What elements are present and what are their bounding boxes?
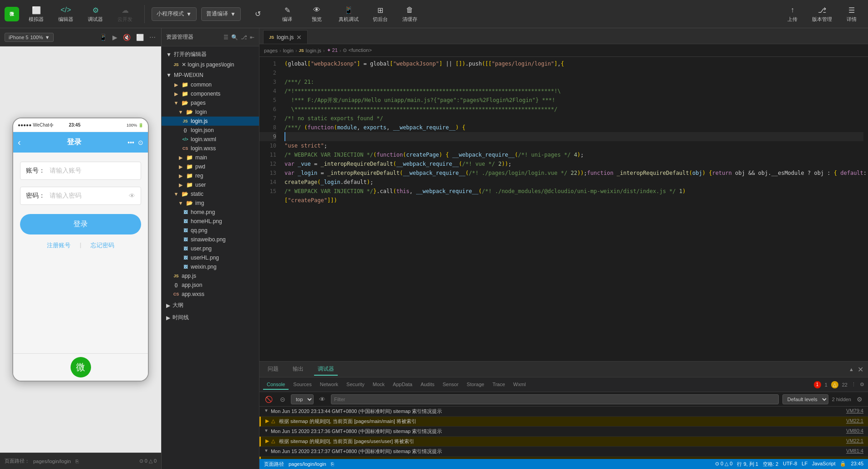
- camera-nav-icon[interactable]: ⊙: [138, 139, 143, 146]
- file-login-wxml[interactable]: </> login.wxml: [162, 135, 259, 144]
- dev-tab-audits[interactable]: Audits: [417, 380, 438, 390]
- folder-static[interactable]: ▼ 📂 static: [162, 189, 259, 199]
- file-weixin-png[interactable]: 🖼 weixin.png: [162, 262, 259, 271]
- editor-btn[interactable]: </> 编辑器: [53, 3, 78, 25]
- dev-tab-sensor[interactable]: Sensor: [439, 380, 462, 390]
- file-login-js[interactable]: JS login.js: [162, 117, 259, 126]
- forgot-link[interactable]: 忘记密码: [91, 241, 114, 250]
- back-btn[interactable]: ‹: [18, 137, 21, 148]
- folder-common[interactable]: ▶ 📁 common: [162, 80, 259, 89]
- compile-dropdown[interactable]: 普通编译 ▼: [201, 7, 241, 21]
- folder-user[interactable]: ▶ 📁 user: [162, 180, 259, 189]
- console-collapse-icon[interactable]: ▲: [849, 367, 854, 372]
- dev-tab-wxml[interactable]: Wxml: [510, 380, 530, 390]
- dev-tab-trace[interactable]: Trace: [489, 380, 509, 390]
- context-select[interactable]: top: [291, 394, 314, 404]
- log-link-4[interactable]: VM22:1: [846, 438, 863, 444]
- log-expand-1[interactable]: ▼: [264, 408, 269, 413]
- folder-img[interactable]: ▼ 📂 img: [162, 199, 259, 208]
- expand-icon[interactable]: ⬜: [135, 33, 145, 42]
- cloud-btn[interactable]: ☁ 云开发: [112, 3, 137, 25]
- version-btn[interactable]: ⎇ 版本管理: [807, 3, 838, 25]
- outline-header[interactable]: ▶ 大纲: [162, 300, 259, 311]
- account-input[interactable]: 请输入账号: [50, 167, 135, 175]
- detail-btn[interactable]: ☰ 详情: [840, 3, 863, 25]
- play-icon[interactable]: ▶: [112, 33, 118, 42]
- file-app-wxss[interactable]: CS app.wxss: [162, 290, 259, 299]
- file-user-png[interactable]: 🖼 user.png: [162, 244, 259, 253]
- cut-back-btn[interactable]: ⊞ 切后台: [368, 3, 393, 25]
- tree-search-icon[interactable]: 🔍: [231, 34, 238, 41]
- folder-login[interactable]: ▼ 📂 login: [162, 107, 259, 117]
- file-sinaweibo-png[interactable]: 🖼 sinaweibo.png: [162, 235, 259, 244]
- volume-icon[interactable]: 🔇: [122, 33, 132, 42]
- file-home-png[interactable]: 🖼 home.png: [162, 208, 259, 217]
- log-link-5[interactable]: VM81:4: [846, 448, 863, 454]
- more-nav-icon[interactable]: •••: [127, 139, 134, 146]
- password-field[interactable]: 密码： 请输入密码 👁: [20, 187, 141, 205]
- register-link[interactable]: 注册账号: [47, 241, 71, 250]
- folder-pages[interactable]: ▼ 📂 pages: [162, 98, 259, 107]
- log-expand-5[interactable]: ▼: [264, 448, 269, 453]
- refresh-btn[interactable]: ↺: [245, 7, 270, 21]
- dev-tab-appdata[interactable]: AppData: [389, 380, 416, 390]
- open-editor-item[interactable]: JS ✕ login.js pages\login: [162, 60, 259, 69]
- file-app-json[interactable]: {} app.json: [162, 280, 259, 290]
- tree-menu-icon[interactable]: ☰: [223, 34, 228, 41]
- page-path-status-copy[interactable]: ⎘: [331, 461, 334, 467]
- tab-login-js[interactable]: JS login.js ✕: [263, 30, 308, 44]
- tab-output[interactable]: 输出: [289, 363, 307, 376]
- folder-pwd[interactable]: ▶ 📁 pwd: [162, 162, 259, 171]
- dev-tab-security[interactable]: Security: [343, 380, 368, 390]
- file-login-wxss[interactable]: CS login.wxss: [162, 144, 259, 153]
- upload-btn[interactable]: ↑ 上传: [781, 3, 804, 25]
- file-homehl-png[interactable]: 🖼 homeHL.png: [162, 217, 259, 226]
- code-content[interactable]: (global["webpackJsonp"] = global["webpac…: [280, 57, 868, 361]
- wechat-tab-icon[interactable]: 微: [71, 357, 91, 377]
- password-input[interactable]: 请输入密码: [50, 192, 124, 200]
- log-expand-3[interactable]: ▼: [264, 428, 269, 433]
- console-close-btn[interactable]: ✕: [858, 365, 863, 374]
- phone-view-icon[interactable]: 📱: [98, 33, 108, 42]
- timeline-header[interactable]: ▶ 时间线: [162, 312, 259, 323]
- more-icon[interactable]: ⋯: [148, 33, 157, 42]
- clear-console-icon[interactable]: 🚫: [263, 395, 274, 404]
- folder-reg[interactable]: ▶ 📁 reg: [162, 171, 259, 180]
- login-button[interactable]: 登录: [20, 214, 141, 234]
- dev-tab-network[interactable]: Network: [316, 380, 342, 390]
- clear-cache-btn[interactable]: 🗑 清缓存: [397, 3, 422, 25]
- folder-main[interactable]: ▶ 📁 main: [162, 153, 259, 162]
- account-field[interactable]: 账号： 请输入账号: [20, 162, 141, 180]
- more-console-icon[interactable]: ⋮: [851, 382, 856, 387]
- dev-tab-storage[interactable]: Storage: [463, 380, 488, 390]
- device-dropdown[interactable]: iPhone 5 100% ▼: [5, 33, 54, 42]
- page-path-copy-icon[interactable]: ⎘: [76, 459, 79, 464]
- tab-issues[interactable]: 问题: [264, 363, 282, 376]
- project-header[interactable]: ▼ MP-WEIXIN: [162, 70, 259, 80]
- console-filter-input[interactable]: [331, 394, 779, 404]
- tab-debugger[interactable]: 调试器: [314, 363, 338, 376]
- tab-close-btn[interactable]: ✕: [296, 34, 302, 41]
- debugger-btn[interactable]: ⚙ 调试器: [83, 3, 108, 25]
- pause-icon[interactable]: ⊝: [278, 395, 287, 404]
- eye-console-icon[interactable]: 👁: [317, 395, 327, 404]
- log-link-3[interactable]: VM80:4: [846, 428, 863, 433]
- tree-git-icon[interactable]: ⎇: [241, 34, 247, 41]
- tree-collapse-icon[interactable]: ⇤: [250, 34, 254, 41]
- mode-dropdown[interactable]: 小程序模式 ▼: [152, 7, 197, 21]
- file-login-json[interactable]: {} login.json: [162, 126, 259, 135]
- levels-select[interactable]: Default levels: [782, 394, 828, 404]
- file-qq-png[interactable]: 🖼 qq.png: [162, 226, 259, 235]
- settings-console-icon[interactable]: ⚙: [855, 395, 864, 404]
- dev-tab-sources[interactable]: Sources: [289, 380, 315, 390]
- folder-components[interactable]: ▶ 📁 components: [162, 89, 259, 98]
- dev-tab-mock[interactable]: Mock: [369, 380, 388, 390]
- edit-btn[interactable]: ✎ 编译: [275, 3, 300, 25]
- file-userhl-png[interactable]: 🖼 userHL.png: [162, 253, 259, 262]
- simulator-btn[interactable]: ⬜ 模拟器: [24, 3, 49, 25]
- real-device-btn[interactable]: 📱 真机调试: [334, 3, 363, 25]
- settings-icon[interactable]: ⚙: [860, 382, 864, 387]
- dev-tab-console[interactable]: Console: [263, 380, 289, 390]
- log-link-1[interactable]: VM79:4: [846, 408, 863, 413]
- preview-btn[interactable]: 👁 预览: [305, 3, 330, 25]
